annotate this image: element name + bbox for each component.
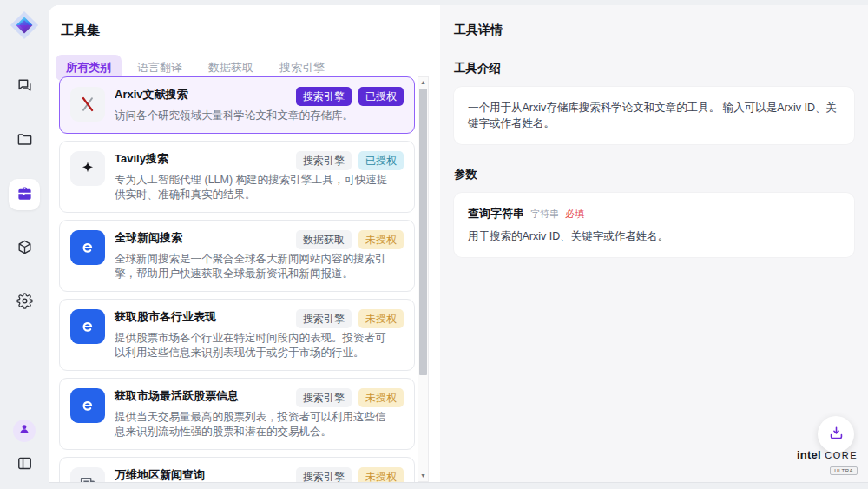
brand-intel-text: intel (797, 448, 821, 461)
juhe-e-icon (70, 230, 105, 265)
tool-name: 万维地区新闻查询 (115, 467, 205, 482)
collapse-sidebar-button[interactable] (12, 453, 36, 477)
icon-sidebar (0, 0, 49, 489)
param-card: 查询字符串 字符串 必填 用于搜索的Arxiv ID、关键字或作者姓名。 (454, 193, 854, 257)
tool-name: 获取市场最活跃股票信息 (115, 388, 239, 404)
tool-card-regional-news[interactable]: 万维地区新闻查询 搜索引擎 未授权 查询具体行政区划内的新闻，快速了解各地新闻动 (59, 457, 415, 482)
intro-text: 一个用于从Arxiv存储库搜索科学论文和文章的工具。 输入可以是Arxiv ID… (468, 100, 840, 131)
toolbox-icon (16, 185, 33, 205)
folder-icon (16, 131, 33, 151)
auth-status-badge: 已授权 (358, 151, 404, 170)
scroll-up-arrow-icon[interactable]: ▲ (418, 77, 428, 88)
param-description: 用于搜索的Arxiv ID、关键字或作者姓名。 (468, 229, 840, 244)
category-badge: 数据获取 (296, 230, 352, 249)
tool-name: Tavily搜索 (115, 151, 168, 167)
tool-card-arxiv[interactable]: Arxiv文献搜索 搜索引擎 已授权 访问各个研究领域大量科学论文和文章的存储库… (59, 76, 415, 134)
tool-card-sector-performance[interactable]: 获取股市各行业表现 搜索引擎 未授权 提供股票市场各个行业在特定时间段内的表现。… (59, 299, 415, 371)
category-badge: 搜索引擎 (296, 151, 352, 170)
tool-name: Arxiv文献搜索 (115, 87, 188, 102)
detail-title: 工具详情 (454, 23, 854, 38)
cube-icon (16, 239, 33, 259)
param-name: 查询字符串 (468, 206, 524, 221)
sidebar-item-tools[interactable] (9, 179, 40, 210)
tool-list-panel: 工具集 所有类别 语言翻译 数据获取 搜索引擎 Arxiv文献搜索 (49, 5, 440, 482)
tool-card-global-news[interactable]: 全球新闻搜索 数据获取 未授权 全球新闻搜索是一个聚合全球各大新闻网站内容的搜索… (59, 220, 415, 292)
collapse-panel-icon (16, 455, 33, 475)
arxiv-x-icon (70, 87, 105, 122)
gear-icon (16, 293, 33, 313)
user-avatar[interactable] (13, 420, 36, 442)
intro-card: 一个用于从Arxiv存储库搜索科学论文和文章的工具。 输入可以是Arxiv ID… (454, 87, 854, 144)
scrollbar-thumb[interactable] (419, 89, 427, 375)
scroll-down-arrow-icon[interactable]: ▼ (418, 471, 428, 481)
tool-name: 获取股市各行业表现 (115, 309, 216, 325)
tavily-star-icon (70, 151, 105, 186)
tool-description: 提供股票市场各个行业在特定时间段内的表现。投资者可以利用这些信息来识别表现优于或… (115, 331, 391, 360)
auth-status-badge: 已授权 (358, 87, 404, 106)
tool-card-active-stocks[interactable]: 获取市场最活跃股票信息 搜索引擎 未授权 提供当天交易量最高的股票列表，投资者可… (59, 378, 415, 450)
auth-status-badge: 未授权 (358, 467, 404, 482)
brand-ultra-badge: ULTRA (830, 466, 858, 475)
param-type: 字符串 (530, 208, 559, 221)
tool-card-tavily[interactable]: Tavily搜索 搜索引擎 已授权 专为人工智能代理 (LLM) 构建的搜索引擎… (59, 141, 415, 213)
tool-description: 访问各个研究领域大量科学论文和文章的存储库。 (115, 109, 391, 123)
param-required-badge: 必填 (565, 208, 584, 221)
list-scrollbar[interactable]: ▲ ▼ (418, 76, 429, 482)
gem-logo-icon (10, 10, 39, 40)
intel-core-logo: intel CORE ULTRA (797, 447, 858, 475)
tool-list: Arxiv文献搜索 搜索引擎 已授权 访问各个研究领域大量科学论文和文章的存储库… (59, 76, 415, 482)
download-icon (828, 425, 845, 445)
category-badge: 搜索引擎 (296, 467, 352, 482)
category-badge: 搜索引擎 (296, 309, 352, 328)
user-avatar-icon (17, 422, 31, 439)
tool-detail-panel: 工具详情 工具介绍 一个用于从Arxiv存储库搜索科学论文和文章的工具。 输入可… (440, 5, 868, 482)
auth-status-badge: 未授权 (358, 388, 404, 407)
sidebar-item-packages[interactable] (9, 233, 40, 264)
sidebar-item-settings[interactable] (9, 287, 40, 318)
tool-name: 全球新闻搜索 (115, 230, 182, 246)
auth-status-badge: 未授权 (358, 309, 404, 328)
category-badge: 搜索引擎 (296, 388, 352, 407)
juhe-e-icon (70, 388, 105, 423)
chat-icon (16, 77, 33, 97)
newspaper-icon (70, 467, 105, 482)
sidebar-item-files[interactable] (9, 125, 40, 156)
page-title: 工具集 (61, 23, 440, 39)
sidebar-item-chat[interactable] (9, 71, 40, 102)
juhe-e-icon (70, 309, 105, 344)
tool-description: 专为人工智能代理 (LLM) 构建的搜索引擎工具，可快速提供实时、准确和真实的结… (115, 173, 391, 202)
intro-heading: 工具介绍 (454, 61, 854, 76)
tool-description: 提供当天交易量最高的股票列表，投资者可以利用这些信息来识别流动性强的股票和潜在的… (115, 410, 391, 439)
auth-status-badge: 未授权 (358, 230, 404, 249)
tool-description: 全球新闻搜索是一个聚合全球各大新闻网站内容的搜索引擎，帮助用户快速获取全球最新资… (115, 252, 391, 281)
main-content: 工具集 所有类别 语言翻译 数据获取 搜索引擎 Arxiv文献搜索 (49, 5, 868, 483)
brand-core-text: CORE (825, 450, 858, 460)
category-badge: 搜索引擎 (296, 87, 352, 106)
params-heading: 参数 (454, 167, 854, 182)
